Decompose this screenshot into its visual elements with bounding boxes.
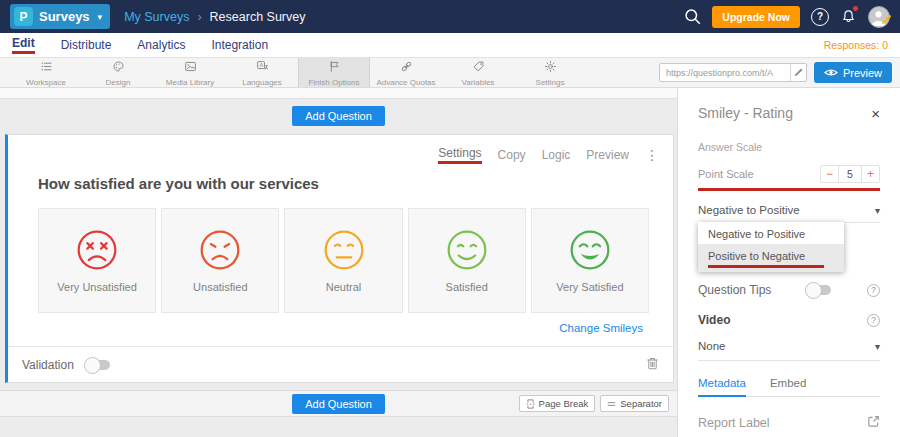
add-question-button-top[interactable]: Add Question (292, 106, 385, 126)
separator-icon (607, 399, 616, 409)
toolbar-item-workspace[interactable]: Workspace (10, 58, 82, 87)
annotation-underline-option (708, 265, 824, 268)
scale-direction-dropdown: Negative to Positive Positive to Negativ… (698, 222, 844, 272)
video-help-icon[interactable]: ? (867, 314, 880, 327)
toolbar-item-finish-options[interactable]: Finish Options (298, 58, 370, 87)
page-break-button[interactable]: Page Break (519, 395, 596, 412)
neutral-smiley-icon (322, 228, 366, 272)
responses-count: Responses: 0 (824, 39, 888, 51)
survey-editor-canvas: Add Question Settings Copy Logic Preview… (0, 88, 677, 437)
preview-button[interactable]: Preview (814, 62, 892, 83)
search-icon[interactable] (684, 8, 701, 25)
notification-badge (852, 5, 859, 12)
survey-url-field[interactable]: https://questionpro.com/t/A (659, 63, 807, 82)
separator-button[interactable]: Separator (600, 395, 669, 412)
help-icon[interactable]: ? (811, 8, 829, 26)
eye-icon (824, 67, 838, 79)
validation-label: Validation (22, 358, 74, 372)
smiley-option-very-unsatisfied[interactable]: Very Unsatisfied (38, 208, 156, 313)
chevron-down-icon: ▾ (98, 12, 103, 22)
tab-analytics[interactable]: Analytics (137, 38, 185, 52)
toolbar-item-languages[interactable]: A Languages (226, 58, 298, 87)
toolbar-item-variables[interactable]: Variables (442, 58, 514, 87)
video-source-select[interactable]: None ▾ (698, 340, 880, 361)
tab-edit[interactable]: Edit (12, 36, 35, 54)
languages-translate-icon: A (256, 59, 269, 77)
user-avatar[interactable] (868, 6, 890, 28)
smiley-option-unsatisfied[interactable]: Unsatisfied (161, 208, 279, 313)
surveys-menu-button[interactable]: P Surveys ▾ (10, 4, 110, 29)
very-satisfied-smiley-icon (568, 228, 612, 272)
question-tips-label: Question Tips (698, 283, 807, 297)
tab-integration[interactable]: Integration (211, 38, 268, 52)
more-options-icon[interactable]: ⋮ (645, 147, 659, 163)
smiley-option-neutral[interactable]: Neutral (284, 208, 402, 313)
question-preview-link[interactable]: Preview (586, 148, 629, 162)
video-row: Video ? (698, 313, 880, 327)
scale-direction-value: Negative to Positive (698, 204, 800, 216)
decrease-points-button[interactable]: − (821, 166, 838, 182)
workspace-list-icon (40, 59, 53, 77)
change-smileys-link[interactable]: Change Smileys (8, 322, 643, 334)
breadcrumb-current-survey: Research Survey (210, 10, 306, 24)
page-break-icon (526, 399, 535, 409)
tab-metadata[interactable]: Metadata (698, 377, 746, 397)
svg-text:A: A (259, 62, 263, 68)
validation-toggle[interactable] (86, 360, 110, 370)
survey-url-text: https://questionpro.com/t/A (660, 68, 790, 78)
toolbar-item-settings[interactable]: Settings (514, 58, 586, 87)
delete-question-trash-icon[interactable] (646, 356, 659, 374)
canvas-top-strip (0, 88, 677, 99)
report-label-field[interactable]: Report Label (698, 414, 880, 437)
media-image-icon (184, 59, 197, 77)
question-copy-link[interactable]: Copy (498, 148, 526, 162)
tab-embed[interactable]: Embed (770, 377, 806, 396)
breadcrumb-my-surveys[interactable]: My Surveys (124, 10, 189, 24)
validation-row: Validation (8, 346, 673, 374)
toolbar-item-design[interactable]: Design (82, 58, 154, 87)
upgrade-now-button[interactable]: Upgrade Now (712, 6, 800, 28)
point-scale-label: Point Scale (698, 168, 754, 180)
settings-gear-icon (544, 59, 557, 77)
quotas-link-icon (400, 59, 413, 77)
question-tips-help-icon[interactable]: ? (867, 284, 880, 297)
survey-nav-tabs: Edit Distribute Analytics Integration Re… (0, 33, 900, 58)
expand-icon[interactable] (867, 414, 880, 432)
tab-distribute[interactable]: Distribute (61, 38, 112, 52)
questionpro-logo: P (14, 7, 33, 26)
panel-title: Smiley - Rating (698, 105, 793, 121)
question-settings-link[interactable]: Settings (438, 146, 481, 164)
report-label-placeholder: Report Label (698, 416, 770, 430)
toolbar-right-actions: https://questionpro.com/t/A Preview (659, 58, 900, 87)
topbar-actions: Upgrade Now ? (684, 6, 890, 28)
breadcrumb-separator-icon: › (197, 10, 201, 24)
chevron-down-icon: ▾ (875, 205, 880, 216)
smiley-option-very-satisfied[interactable]: Very Satisfied (531, 208, 649, 313)
point-scale-stepper: − 5 + (820, 165, 880, 183)
question-card: Settings Copy Logic Preview ⋮ How satisf… (5, 134, 674, 383)
scale-direction-select[interactable]: Negative to Positive ▾ Negative to Posit… (698, 198, 880, 223)
question-card-menu: Settings Copy Logic Preview ⋮ (438, 146, 659, 164)
toolbar-item-media-library[interactable]: Media Library (154, 58, 226, 87)
question-logic-link[interactable]: Logic (542, 148, 571, 162)
increase-points-button[interactable]: + (862, 166, 879, 182)
question-title[interactable]: How satisfied are you with our services (38, 175, 673, 192)
edit-url-pencil-icon[interactable] (790, 64, 806, 81)
answer-scale-label: Answer Scale (698, 141, 880, 153)
product-name: Surveys (39, 9, 90, 24)
toolbar-item-advance-quotas[interactable]: Advance Quotas (370, 58, 442, 87)
edit-pencil-icon (881, 11, 892, 29)
add-question-bar: Add Question Page Break Separator (0, 390, 677, 417)
point-scale-value: 5 (838, 166, 862, 182)
add-question-button-bottom[interactable]: Add Question (292, 394, 385, 414)
smiley-option-satisfied[interactable]: Satisfied (408, 208, 526, 313)
question-tips-toggle[interactable] (807, 285, 831, 295)
close-panel-icon[interactable]: × (871, 106, 880, 121)
chevron-down-icon: ▾ (875, 341, 880, 352)
notifications-bell-icon[interactable] (840, 8, 857, 25)
option-negative-to-positive[interactable]: Negative to Positive (698, 222, 844, 244)
editor-toolbar: Workspace Design Media Library A Languag… (0, 58, 900, 88)
breadcrumb: My Surveys › Research Survey (124, 10, 305, 24)
option-positive-to-negative[interactable]: Positive to Negative (698, 244, 844, 272)
question-tips-row: Question Tips ? (698, 283, 880, 297)
